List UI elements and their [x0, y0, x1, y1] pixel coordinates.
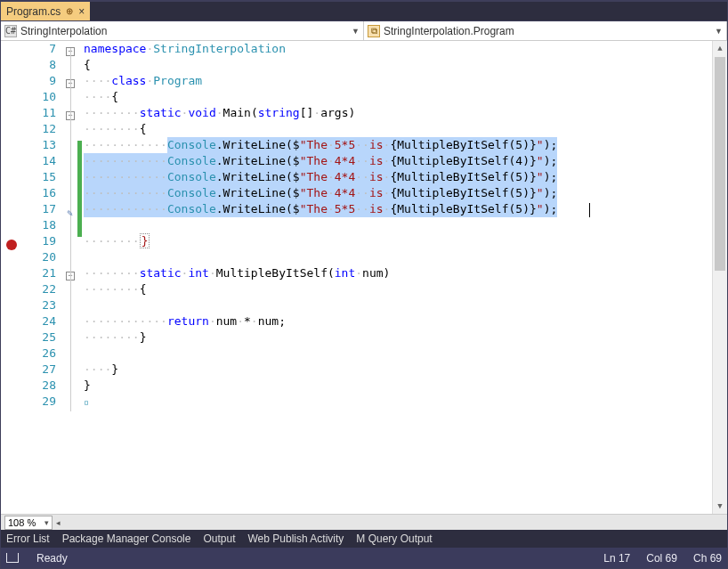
- status-tray-icon: [6, 553, 19, 563]
- split-chevron-icon[interactable]: ◂: [56, 518, 61, 527]
- csharp-icon: C#: [4, 25, 17, 37]
- panel-tab-output[interactable]: Output: [203, 532, 235, 545]
- line-number: 13: [24, 137, 56, 153]
- line-number: 7: [24, 41, 56, 57]
- nav-scope-label: StringInterpolation: [20, 25, 107, 37]
- chevron-down-icon: ▾: [44, 518, 49, 527]
- vertical-scrollbar[interactable]: ▲ ▼: [712, 41, 727, 514]
- code-line[interactable]: [82, 297, 727, 313]
- zoom-value: 108 %: [8, 517, 36, 528]
- scroll-down-icon[interactable]: ▼: [713, 499, 727, 514]
- line-number: 27: [24, 362, 56, 378]
- code-line[interactable]: }: [82, 378, 727, 394]
- breakpoint-icon[interactable]: [6, 240, 17, 250]
- line-number: 12: [24, 121, 56, 137]
- code-line[interactable]: [82, 345, 727, 362]
- navigation-bar: C# StringInterpolation ▼ ⧉ StringInterpo…: [1, 21, 727, 41]
- code-line[interactable]: ····}: [82, 362, 727, 378]
- document-tab-label: Program.cs: [6, 5, 61, 18]
- nav-scope-combo[interactable]: C# StringInterpolation ▼: [1, 21, 364, 40]
- code-line[interactable]: ············Console.WriteLine($"The·4*4·…: [82, 185, 727, 201]
- code-line[interactable]: ············Console.WriteLine($"The·5*5·…: [82, 201, 727, 217]
- panel-tab-webpublish[interactable]: Web Publish Activity: [247, 532, 344, 545]
- status-line: Ln 17: [603, 552, 630, 565]
- line-number-gutter: 7891011121314151617181920212223242526272…: [24, 41, 65, 514]
- code-line[interactable]: ········}: [82, 233, 727, 249]
- code-line[interactable]: ············Console.WriteLine($"The·4*4·…: [82, 153, 727, 169]
- code-line[interactable]: ········}: [82, 329, 727, 345]
- code-line[interactable]: ········static·int·MultipleByItSelf(int·…: [82, 265, 727, 281]
- status-bar: Ready Ln 17 Col 69 Ch 69: [1, 548, 727, 568]
- scrollbar-thumb[interactable]: [715, 57, 725, 271]
- line-number: 10: [24, 89, 56, 105]
- panel-tab-errorlist[interactable]: Error List: [6, 532, 50, 545]
- line-number: 21: [24, 265, 56, 281]
- line-number: 24: [24, 313, 56, 329]
- line-number: 19: [24, 233, 56, 249]
- text-caret: [589, 203, 590, 217]
- line-number: 14: [24, 153, 56, 169]
- line-number: 11: [24, 105, 56, 121]
- bottom-panel-tabs: Error List Package Manager Console Outpu…: [1, 530, 727, 548]
- code-line[interactable]: [82, 217, 727, 233]
- status-ch: Ch 69: [693, 552, 722, 565]
- code-line[interactable]: ········static·void·Main(string[]·args): [82, 105, 727, 121]
- nav-member-combo[interactable]: ⧉ StringInterpolation.Program ▼: [364, 21, 727, 40]
- edit-mark-icon: ✎: [67, 207, 73, 219]
- code-line[interactable]: [82, 249, 727, 265]
- code-line[interactable]: ····class·Program: [82, 73, 727, 89]
- line-number: 17: [24, 201, 56, 217]
- code-line[interactable]: ········{: [82, 281, 727, 297]
- line-number: 29: [24, 394, 56, 410]
- line-number: 25: [24, 329, 56, 345]
- code-line[interactable]: {: [82, 57, 727, 73]
- code-editor[interactable]: 7891011121314151617181920212223242526272…: [1, 41, 727, 514]
- status-ready: Ready: [36, 552, 68, 565]
- line-number: 28: [24, 378, 56, 394]
- chevron-down-icon: ▼: [352, 27, 360, 36]
- line-number: 22: [24, 281, 56, 297]
- code-line[interactable]: ············Console.WriteLine($"The·5*5·…: [82, 137, 727, 153]
- outline-gutter[interactable]: −−−−: [65, 41, 77, 514]
- line-number: 23: [24, 297, 56, 313]
- code-content[interactable]: namespace·StringInterpolation{····class·…: [82, 41, 727, 514]
- code-line[interactable]: ▫: [82, 394, 727, 410]
- panel-tab-pmc[interactable]: Package Manager Console: [62, 532, 191, 545]
- code-line[interactable]: namespace·StringInterpolation: [82, 41, 727, 57]
- line-number: 15: [24, 169, 56, 185]
- breakpoint-margin[interactable]: [1, 41, 24, 514]
- line-number: 16: [24, 185, 56, 201]
- scroll-up-icon[interactable]: ▲: [713, 41, 727, 56]
- class-icon: ⧉: [368, 25, 380, 37]
- code-line[interactable]: ····{: [82, 89, 727, 105]
- pin-icon[interactable]: ⊕: [66, 6, 73, 16]
- zoom-combo[interactable]: 108 % ▾: [4, 516, 53, 530]
- line-number: 9: [24, 73, 56, 89]
- nav-member-label: StringInterpolation.Program: [384, 25, 514, 37]
- close-icon[interactable]: ×: [78, 5, 85, 18]
- zoom-bar: 108 % ▾ ◂: [1, 514, 727, 530]
- line-number: 18: [24, 217, 56, 233]
- line-number: 20: [24, 249, 56, 265]
- document-tab-program[interactable]: Program.cs ⊕ ×: [1, 2, 90, 20]
- code-line[interactable]: ············Console.WriteLine($"The·4*4·…: [82, 169, 727, 185]
- panel-tab-mquery[interactable]: M Query Output: [356, 532, 432, 545]
- chevron-down-icon: ▼: [715, 27, 723, 36]
- line-number: 8: [24, 57, 56, 73]
- document-tab-bar: Program.cs ⊕ ×: [1, 2, 727, 21]
- code-line[interactable]: ········{: [82, 121, 727, 137]
- status-col: Col 69: [646, 552, 677, 565]
- code-line[interactable]: ············return·num·*·num;: [82, 313, 727, 329]
- line-number: 26: [24, 345, 56, 362]
